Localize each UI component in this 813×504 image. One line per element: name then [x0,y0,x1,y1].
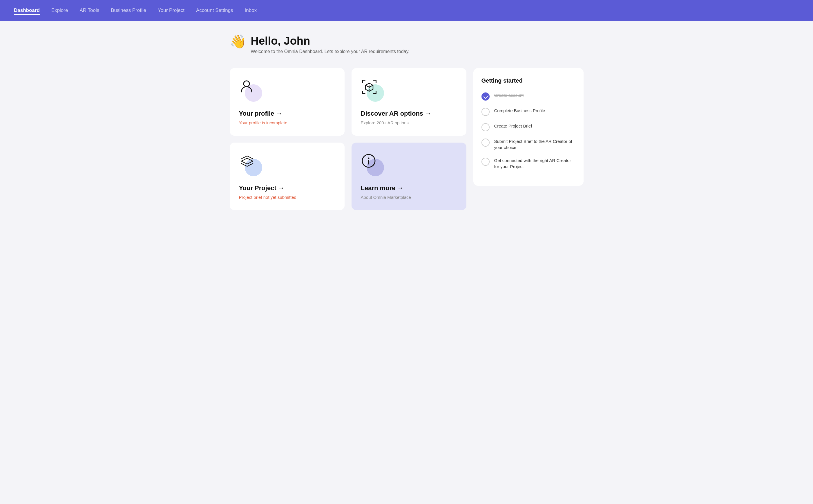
getting-started-panel: Getting started Create account Complete … [473,68,583,186]
greeting-subtitle: Welcome to the Omnia Dashboard. Lets exp… [251,49,410,54]
info-icon [361,153,377,169]
greeting-section: 👋 Hello, John Welcome to the Omnia Dashb… [230,35,583,54]
check-circle-2 [481,123,490,131]
cards-grid: Your profile → Your profile is incomplet… [230,68,583,210]
svg-rect-4 [376,80,377,83]
check-circle-3 [481,139,490,147]
nav-item-businessprofile[interactable]: Business Profile [111,6,146,14]
checklist-label-3: Submit Project Brief to the AR Creator o… [494,138,575,150]
nav-item-accountsettings[interactable]: Account Settings [196,6,233,14]
svg-rect-8 [376,91,377,94]
project-icon-wrapper [239,153,262,176]
profile-card-title: Your profile → [239,110,335,117]
project-card[interactable]: Your Project → Project brief not yet sub… [230,143,345,210]
checklist-label-4: Get connected with the right AR Creator … [494,157,575,170]
getting-started-heading: Getting started [481,77,575,84]
discover-card[interactable]: Discover AR options → Explore 200+ AR op… [352,68,466,136]
profile-card[interactable]: Your profile → Your profile is incomplet… [230,68,345,136]
discover-card-subtitle: Explore 200+ AR options [361,120,457,125]
check-circle-1 [481,108,490,116]
learn-more-card[interactable]: Learn more → About Omnia Marketplace [352,143,466,210]
discover-card-title: Discover AR options → [361,110,457,117]
checklist-item-0: Create account [481,92,575,101]
discover-ar-icon [361,79,378,95]
nav-item-yourproject[interactable]: Your Project [158,6,184,14]
profile-icon-wrapper [239,79,262,102]
checklist-item-3: Submit Project Brief to the AR Creator o… [481,138,575,150]
learn-more-icon-wrapper [361,153,384,176]
nav-item-explore[interactable]: Explore [51,6,68,14]
svg-rect-2 [362,80,363,83]
checklist-item-2: Create Project Brief [481,123,575,131]
svg-point-10 [368,158,369,159]
profile-icon [239,79,254,94]
main-nav: Dashboard Explore AR Tools Business Prof… [0,0,813,21]
learn-more-card-subtitle: About Omnia Marketplace [361,195,457,200]
checklist-label-0: Create account [494,92,524,98]
project-icon [239,153,255,169]
checklist-label-1: Complete Business Profile [494,108,545,114]
greeting-title: Hello, John [251,35,410,47]
svg-rect-6 [362,91,363,94]
learn-more-card-title: Learn more → [361,184,457,192]
greeting-text: Hello, John Welcome to the Omnia Dashboa… [251,35,410,54]
profile-card-subtitle: Your profile is incomplete [239,120,335,125]
discover-icon-wrapper [361,79,384,102]
svg-point-0 [244,81,250,87]
project-card-title: Your Project → [239,184,335,192]
project-card-subtitle: Project brief not yet submitted [239,195,335,200]
check-circle-4 [481,158,490,166]
checklist-item-4: Get connected with the right AR Creator … [481,157,575,170]
nav-item-inbox[interactable]: Inbox [245,6,257,14]
checklist-item-1: Complete Business Profile [481,108,575,116]
nav-item-artools[interactable]: AR Tools [79,6,99,14]
nav-item-dashboard[interactable]: Dashboard [14,6,40,15]
wave-emoji: 👋 [230,35,246,48]
checklist-label-2: Create Project Brief [494,123,532,129]
check-circle-0 [481,92,490,101]
main-content: 👋 Hello, John Welcome to the Omnia Dashb… [218,21,595,228]
